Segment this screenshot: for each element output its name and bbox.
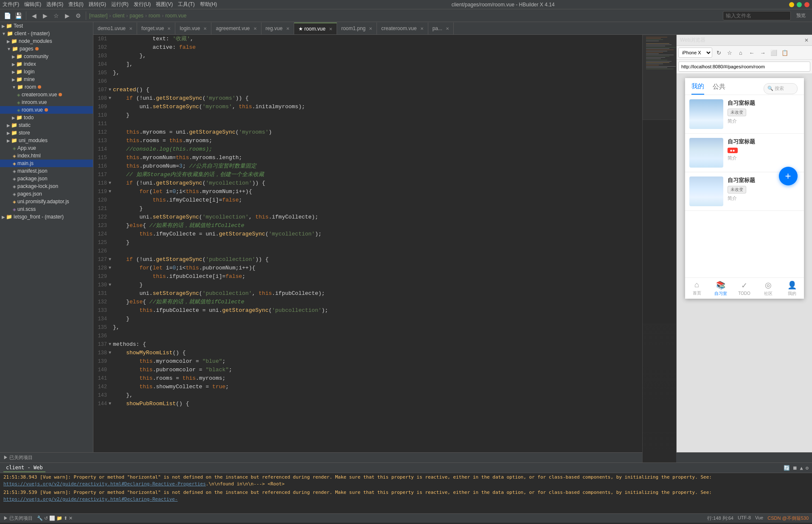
back-nav-button[interactable]: ← <box>747 48 756 57</box>
nav-item-study-room[interactable]: 📚 自习室 <box>709 278 733 299</box>
file-search-input[interactable] <box>723 11 791 20</box>
tab-close-button[interactable]: ✕ <box>369 26 372 31</box>
nav-item-home[interactable]: ⌂ 首页 <box>685 278 709 299</box>
room-card-1[interactable]: 自习室标题 未改变 简介 <box>685 95 804 134</box>
tab-close-button[interactable]: ✕ <box>329 27 332 31</box>
sidebar-item-pages[interactable]: ▼ 📁 pages <box>0 45 93 53</box>
back-icon[interactable]: ◀ <box>29 11 39 20</box>
tab-login[interactable]: login.vue ✕ <box>175 22 211 34</box>
sidebar-item-appvue[interactable]: ◈ App.vue <box>0 144 93 152</box>
tab-room1png[interactable]: room1.png ✕ <box>337 22 377 34</box>
fab-add-button[interactable]: + <box>779 167 798 185</box>
sidebar-item-createroom[interactable]: ◈ createroom.vue <box>0 91 93 98</box>
sidebar-item-letsgo[interactable]: ▶ 📁 letsgo_front - (master) <box>0 213 93 221</box>
fold-icon[interactable]: ▼ <box>109 86 111 94</box>
copy-button[interactable]: 📋 <box>780 48 790 57</box>
tab-close-button[interactable]: ✕ <box>167 26 171 31</box>
sidebar-item-store[interactable]: ▶ 📁 store <box>0 129 93 137</box>
menu-help[interactable]: 帮助(H) <box>200 1 217 8</box>
sidebar-item-mainjs[interactable]: ◈ main.js <box>0 160 93 167</box>
menu-file[interactable]: 文件(F) <box>3 1 19 8</box>
nav-item-mine[interactable]: 👤 我的 <box>780 278 804 299</box>
app-search-bar[interactable]: 🔍 搜索 <box>764 83 798 94</box>
sidebar-item-unipromisify[interactable]: ◈ uni.promisify.adaptor.js <box>0 198 93 205</box>
sidebar-item-package-lock[interactable]: ◈ package-lock.json <box>0 182 93 190</box>
tab-close-button[interactable]: ✕ <box>420 26 424 31</box>
app-tab-public[interactable]: 公共 <box>713 83 725 94</box>
menu-select[interactable]: 选择(S) <box>46 1 63 8</box>
refresh-button[interactable]: ↻ <box>714 48 723 57</box>
sidebar-item-room-vue[interactable]: ◈ room.vue <box>0 106 93 114</box>
console-tab-client-web[interactable]: client - Web <box>3 464 45 472</box>
breadcrumb-pages[interactable]: pages <box>129 13 143 19</box>
breadcrumb-master[interactable]: [master] <box>89 13 107 19</box>
maximize-button[interactable] <box>797 2 802 7</box>
console-clear-icon[interactable]: 🔄 <box>784 465 790 471</box>
tab-close-button[interactable]: ✕ <box>129 26 132 31</box>
tab-close-button[interactable]: ✕ <box>253 26 257 31</box>
device-select[interactable]: iPhone X iPhone 12 iPad <box>678 48 712 58</box>
sidebar-item-pagesjson[interactable]: ◈ pages.json <box>0 190 93 198</box>
minimize-button[interactable] <box>789 2 794 7</box>
fold-icon[interactable]: ▼ <box>109 400 111 408</box>
menu-publish[interactable]: 发行(U) <box>134 1 151 8</box>
app-tab-my[interactable]: 我的 <box>691 82 704 95</box>
sidebar-item-packagejson[interactable]: ◈ package.json <box>0 175 93 182</box>
console-expand-icon[interactable]: ▲ <box>800 465 803 471</box>
menu-view[interactable]: 视图(V) <box>156 1 173 8</box>
sidebar-item-login[interactable]: ▶ 📁 login <box>0 68 93 76</box>
tab-close-button[interactable]: ✕ <box>203 26 207 31</box>
sidebar-item-client[interactable]: ▼ 📁 client - (master) <box>0 30 93 37</box>
fold-icon[interactable]: ▼ <box>109 281 111 289</box>
tab-forget[interactable]: forget.vue ✕ <box>137 22 175 34</box>
screenshot-button[interactable]: ⬜ <box>769 48 778 57</box>
menu-run[interactable]: 运行(R) <box>111 1 129 8</box>
preview-button[interactable]: 预览 <box>792 11 809 20</box>
menu-find[interactable]: 查找(I) <box>68 1 83 8</box>
sidebar-item-mine[interactable]: ▶ 📁 mine <box>0 76 93 83</box>
bookmark-button[interactable]: ☆ <box>725 48 734 57</box>
room-card-2[interactable]: 自习室标题 ●● 简介 <box>685 134 804 172</box>
fold-icon[interactable]: ▼ <box>109 94 111 103</box>
menu-edit[interactable]: 编辑(E) <box>24 1 41 8</box>
code-editor[interactable]: 101 text: '收藏', 102 active: false 103 },… <box>93 35 642 462</box>
fold-icon[interactable]: ▼ <box>109 349 111 357</box>
fold-icon[interactable]: ▼ <box>109 340 111 349</box>
console-stop-icon[interactable]: ⏹ <box>792 465 798 471</box>
new-file-icon[interactable]: 📄 <box>3 11 12 20</box>
settings-icon[interactable]: ⚙ <box>73 11 83 20</box>
tab-close-button[interactable]: ✕ <box>446 26 449 31</box>
sidebar-item-todo[interactable]: ▶ 📁 todo <box>0 114 93 121</box>
menu-jump[interactable]: 跳转(G) <box>89 1 106 8</box>
sidebar-item-static[interactable]: ▶ 📁 static <box>0 121 93 129</box>
sidebar-item-index[interactable]: ▶ 📁 index <box>0 60 93 68</box>
close-button[interactable] <box>804 2 809 7</box>
sidebar-item-node-modules[interactable]: ▶ 📁 node_modules <box>0 37 93 45</box>
fold-icon[interactable]: ▼ <box>109 188 111 196</box>
fold-icon[interactable]: ▼ <box>109 255 111 264</box>
home-button[interactable]: ⌂ <box>736 48 745 57</box>
run-icon[interactable]: ▶ <box>62 11 72 20</box>
tab-agreement[interactable]: agreement.vue ✕ <box>211 22 261 34</box>
tab-pa[interactable]: pa... ✕ <box>428 22 454 34</box>
url-input[interactable] <box>678 62 810 72</box>
nav-item-todo[interactable]: ✓ TODO <box>733 278 756 299</box>
breadcrumb-client[interactable]: client <box>112 13 124 19</box>
tab-createroom[interactable]: createroom.vue ✕ <box>377 22 428 34</box>
sidebar-item-uni-modules[interactable]: ▶ 📁 uni_modules <box>0 137 93 144</box>
console-settings-icon[interactable]: ⚙ <box>806 465 809 471</box>
breadcrumb-file[interactable]: room.vue <box>165 13 186 19</box>
sidebar-item-indexhtml[interactable]: ◈ index.html <box>0 152 93 160</box>
menu-tools[interactable]: 工具(T) <box>178 1 194 8</box>
tab-room[interactable]: ★ room.vue ✕ <box>294 22 337 34</box>
sidebar-item-inroom[interactable]: ◈ inroom.vue <box>0 98 93 106</box>
fold-icon[interactable]: ▼ <box>109 179 111 188</box>
sidebar-item-uniscss[interactable]: ◈ uni.scss <box>0 205 93 213</box>
tab-demo1[interactable]: demo1.uvue ✕ <box>93 22 137 34</box>
fold-icon[interactable]: ▼ <box>109 264 111 272</box>
tab-close-button[interactable]: ✕ <box>286 26 289 31</box>
sidebar-item-test[interactable]: ▶ 📁 Test <box>0 22 93 30</box>
save-icon[interactable]: 💾 <box>14 11 23 20</box>
sidebar-item-community[interactable]: ▶ 📁 community <box>0 53 93 60</box>
forward-nav-button[interactable]: → <box>758 48 767 57</box>
